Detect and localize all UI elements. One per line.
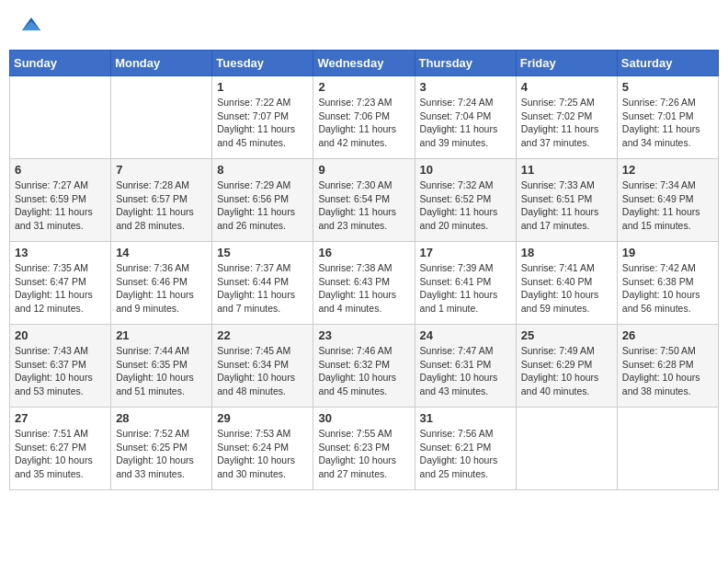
day-number: 1: [217, 80, 308, 94]
calendar-week-row: 1Sunrise: 7:22 AM Sunset: 7:07 PM Daylig…: [10, 76, 719, 159]
day-number: 9: [318, 163, 409, 177]
calendar-cell: 5Sunrise: 7:26 AM Sunset: 7:01 PM Daylig…: [617, 76, 718, 159]
day-number: 22: [217, 328, 308, 342]
day-info: Sunrise: 7:52 AM Sunset: 6:25 PM Dayligh…: [116, 427, 207, 481]
day-info: Sunrise: 7:37 AM Sunset: 6:44 PM Dayligh…: [217, 261, 308, 316]
day-info: Sunrise: 7:24 AM Sunset: 7:04 PM Dayligh…: [420, 96, 511, 150]
calendar-cell: 24Sunrise: 7:47 AM Sunset: 6:31 PM Dayli…: [415, 325, 516, 408]
calendar-cell: 23Sunrise: 7:46 AM Sunset: 6:32 PM Dayli…: [313, 325, 415, 408]
day-number: 28: [116, 411, 207, 425]
day-info: Sunrise: 7:33 AM Sunset: 6:51 PM Dayligh…: [521, 178, 612, 233]
calendar-cell: 1Sunrise: 7:22 AM Sunset: 7:07 PM Daylig…: [212, 76, 313, 159]
calendar-cell: 26Sunrise: 7:50 AM Sunset: 6:28 PM Dayli…: [617, 325, 718, 408]
day-number: 12: [622, 163, 713, 177]
day-info: Sunrise: 7:29 AM Sunset: 6:56 PM Dayligh…: [217, 178, 308, 233]
calendar-cell: 18Sunrise: 7:41 AM Sunset: 6:40 PM Dayli…: [516, 242, 617, 325]
day-info: Sunrise: 7:47 AM Sunset: 6:31 PM Dayligh…: [420, 344, 511, 398]
day-number: 29: [217, 411, 308, 425]
calendar-day-header: Monday: [111, 51, 212, 76]
calendar-cell: 14Sunrise: 7:36 AM Sunset: 6:46 PM Dayli…: [111, 242, 212, 325]
calendar-cell: 2Sunrise: 7:23 AM Sunset: 7:06 PM Daylig…: [313, 76, 415, 159]
day-number: 7: [116, 163, 207, 177]
day-info: Sunrise: 7:23 AM Sunset: 7:06 PM Dayligh…: [318, 96, 409, 150]
calendar-cell: 22Sunrise: 7:45 AM Sunset: 6:34 PM Dayli…: [212, 325, 313, 408]
day-info: Sunrise: 7:38 AM Sunset: 6:43 PM Dayligh…: [318, 261, 409, 316]
day-info: Sunrise: 7:32 AM Sunset: 6:52 PM Dayligh…: [420, 178, 511, 233]
day-number: 21: [116, 328, 207, 342]
day-info: Sunrise: 7:34 AM Sunset: 6:49 PM Dayligh…: [622, 178, 713, 233]
day-number: 13: [15, 246, 106, 259]
day-number: 3: [420, 80, 511, 94]
day-number: 6: [15, 163, 106, 177]
day-info: Sunrise: 7:41 AM Sunset: 6:40 PM Dayligh…: [521, 261, 612, 316]
calendar-header-row: SundayMondayTuesdayWednesdayThursdayFrid…: [10, 51, 719, 76]
calendar-cell: 13Sunrise: 7:35 AM Sunset: 6:47 PM Dayli…: [10, 242, 111, 325]
calendar-cell: 15Sunrise: 7:37 AM Sunset: 6:44 PM Dayli…: [212, 242, 313, 325]
calendar-day-header: Saturday: [617, 51, 718, 76]
day-number: 4: [521, 80, 612, 94]
day-info: Sunrise: 7:27 AM Sunset: 6:59 PM Dayligh…: [15, 178, 106, 233]
calendar-cell: 31Sunrise: 7:56 AM Sunset: 6:21 PM Dayli…: [415, 408, 516, 490]
day-info: Sunrise: 7:43 AM Sunset: 6:37 PM Dayligh…: [15, 344, 106, 398]
calendar-cell: 21Sunrise: 7:44 AM Sunset: 6:35 PM Dayli…: [111, 325, 212, 408]
calendar-cell: 6Sunrise: 7:27 AM Sunset: 6:59 PM Daylig…: [10, 159, 111, 242]
day-info: Sunrise: 7:44 AM Sunset: 6:35 PM Dayligh…: [116, 344, 207, 398]
calendar-cell: 17Sunrise: 7:39 AM Sunset: 6:41 PM Dayli…: [415, 242, 516, 325]
calendar-cell: [516, 408, 617, 490]
calendar-cell: 19Sunrise: 7:42 AM Sunset: 6:38 PM Dayli…: [617, 242, 718, 325]
day-number: 14: [116, 246, 207, 259]
day-info: Sunrise: 7:49 AM Sunset: 6:29 PM Dayligh…: [521, 344, 612, 398]
day-number: 30: [318, 411, 409, 425]
page-header: [9, 9, 719, 40]
calendar-week-row: 20Sunrise: 7:43 AM Sunset: 6:37 PM Dayli…: [10, 325, 719, 408]
calendar-cell: 3Sunrise: 7:24 AM Sunset: 7:04 PM Daylig…: [415, 76, 516, 159]
day-info: Sunrise: 7:22 AM Sunset: 7:07 PM Dayligh…: [217, 96, 308, 150]
calendar-cell: 16Sunrise: 7:38 AM Sunset: 6:43 PM Dayli…: [313, 242, 415, 325]
calendar-cell: [617, 408, 718, 490]
logo-icon: [20, 14, 42, 36]
day-number: 2: [318, 80, 409, 94]
day-number: 23: [318, 328, 409, 342]
calendar-day-header: Friday: [516, 51, 617, 76]
day-info: Sunrise: 7:56 AM Sunset: 6:21 PM Dayligh…: [420, 427, 511, 481]
day-info: Sunrise: 7:45 AM Sunset: 6:34 PM Dayligh…: [217, 344, 308, 398]
day-info: Sunrise: 7:53 AM Sunset: 6:24 PM Dayligh…: [217, 427, 308, 481]
calendar-cell: 9Sunrise: 7:30 AM Sunset: 6:54 PM Daylig…: [313, 159, 415, 242]
calendar-day-header: Sunday: [10, 51, 111, 76]
day-number: 10: [420, 163, 511, 177]
day-number: 5: [622, 80, 713, 94]
calendar-cell: [111, 76, 212, 159]
day-number: 24: [420, 328, 511, 342]
calendar-cell: [10, 76, 111, 159]
calendar-cell: 4Sunrise: 7:25 AM Sunset: 7:02 PM Daylig…: [516, 76, 617, 159]
calendar-week-row: 6Sunrise: 7:27 AM Sunset: 6:59 PM Daylig…: [10, 159, 719, 242]
calendar-cell: 29Sunrise: 7:53 AM Sunset: 6:24 PM Dayli…: [212, 408, 313, 490]
day-number: 19: [622, 246, 713, 259]
day-number: 20: [15, 328, 106, 342]
day-info: Sunrise: 7:39 AM Sunset: 6:41 PM Dayligh…: [420, 261, 511, 316]
day-number: 25: [521, 328, 612, 342]
day-info: Sunrise: 7:51 AM Sunset: 6:27 PM Dayligh…: [15, 427, 106, 481]
day-info: Sunrise: 7:25 AM Sunset: 7:02 PM Dayligh…: [521, 96, 612, 150]
day-info: Sunrise: 7:42 AM Sunset: 6:38 PM Dayligh…: [622, 261, 713, 316]
day-info: Sunrise: 7:55 AM Sunset: 6:23 PM Dayligh…: [318, 427, 409, 481]
calendar-cell: 27Sunrise: 7:51 AM Sunset: 6:27 PM Dayli…: [10, 408, 111, 490]
calendar-table: SundayMondayTuesdayWednesdayThursdayFrid…: [9, 50, 719, 490]
day-number: 26: [622, 328, 713, 342]
calendar-cell: 7Sunrise: 7:28 AM Sunset: 6:57 PM Daylig…: [111, 159, 212, 242]
day-number: 8: [217, 163, 308, 177]
calendar-cell: 25Sunrise: 7:49 AM Sunset: 6:29 PM Dayli…: [516, 325, 617, 408]
day-number: 31: [420, 411, 511, 425]
day-number: 15: [217, 246, 308, 259]
day-info: Sunrise: 7:46 AM Sunset: 6:32 PM Dayligh…: [318, 344, 409, 398]
calendar-week-row: 27Sunrise: 7:51 AM Sunset: 6:27 PM Dayli…: [10, 408, 719, 490]
calendar-cell: 20Sunrise: 7:43 AM Sunset: 6:37 PM Dayli…: [10, 325, 111, 408]
day-info: Sunrise: 7:26 AM Sunset: 7:01 PM Dayligh…: [622, 96, 713, 150]
calendar-cell: 8Sunrise: 7:29 AM Sunset: 6:56 PM Daylig…: [212, 159, 313, 242]
calendar-cell: 10Sunrise: 7:32 AM Sunset: 6:52 PM Dayli…: [415, 159, 516, 242]
logo: [18, 14, 42, 36]
calendar-cell: 12Sunrise: 7:34 AM Sunset: 6:49 PM Dayli…: [617, 159, 718, 242]
day-number: 11: [521, 163, 612, 177]
calendar-cell: 11Sunrise: 7:33 AM Sunset: 6:51 PM Dayli…: [516, 159, 617, 242]
calendar-week-row: 13Sunrise: 7:35 AM Sunset: 6:47 PM Dayli…: [10, 242, 719, 325]
